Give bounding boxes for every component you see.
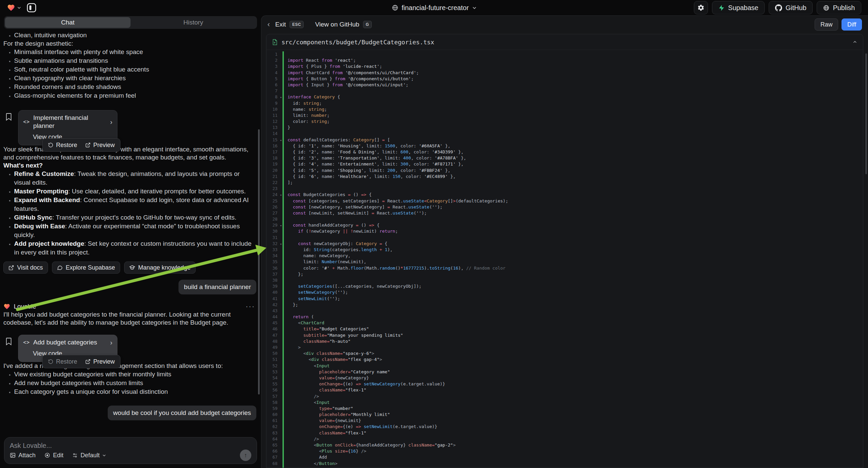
list-item: Refine & Customize: Tweak the design, an… [14,170,256,187]
line-number: 58 [267,400,282,406]
line-number: 12 [267,118,282,124]
chevron-left-icon[interactable]: ‹ [268,20,270,29]
line-number: 59 [267,406,282,412]
code-line: { id: '1', name: 'Housing', limit: 1500,… [287,143,863,149]
chevron-up-icon[interactable] [852,39,858,45]
line-number: 49 [267,345,282,351]
version-card-add-budget-categories[interactable]: <> Add budget categories › View code Res… [18,335,118,362]
line-number: 47 [267,332,282,339]
line-number: 18 [267,155,282,161]
line-number: 46 [267,326,282,332]
diff-toggle-button[interactable]: Diff [841,19,862,31]
line-number: 5 [267,76,282,82]
chat-composer[interactable]: Ask Lovable... Attach Edit [4,437,257,464]
line-number: 34 [267,253,282,259]
github-button[interactable]: GitHub [769,1,813,14]
fold-chevron-icon[interactable]: ▾ [280,223,282,229]
line-number: 21 [267,174,282,180]
assistant-paragraph: Your sleek financial planner is now read… [3,145,256,162]
attach-button[interactable]: Attach [10,452,36,459]
code-line: title="Budget Categories" [287,326,863,332]
lovable-logo-menu[interactable] [7,4,21,12]
explore-supabase-button[interactable]: Explore Supabase [52,262,120,273]
g-key-badge: G [363,21,372,28]
preview-button[interactable]: Preview [81,139,119,151]
code-line: <ChartCard [287,320,863,326]
code-line: onChange={(e) => setNewCategory(e.target… [287,381,863,387]
fold-chevron-icon[interactable]: ▾ [280,192,282,198]
file-header[interactable]: src/components/budget/BudgetCategories.t… [267,34,863,50]
assistant-paragraph: I'll help you add budget categories to t… [3,311,256,327]
code-line: { id: '5', name: 'Shopping', limit: 200,… [287,168,863,174]
supabase-button[interactable]: Supabase [712,1,765,14]
graduation-cap-icon [129,265,135,271]
line-number: 14 [267,130,282,137]
tab-history[interactable]: History [130,17,256,28]
assistant-paragraph: I've added a new budget categories manag… [3,362,256,370]
restore-button[interactable]: Restore [44,139,81,151]
mode-selector[interactable]: Default [72,452,106,459]
list-item: Each category gets a unique color for vi… [14,387,256,396]
chat-message-list[interactable]: Clean, intuitive navigation For the desi… [0,30,261,434]
list-item: Expand with Backend: Connect Supabase to… [14,196,256,213]
publish-button[interactable]: Publish [817,1,861,14]
code-scrollbar[interactable] [865,53,867,174]
list-item: Glass-morphic elements for a premium fee… [14,91,256,100]
raw-toggle-button[interactable]: Raw [815,19,838,31]
chat-input[interactable]: Ask Lovable... [10,442,251,449]
line-number: 16 [267,143,282,149]
fold-chevron-icon[interactable]: ▾ [280,137,282,143]
view-on-github-button[interactable]: View on GitHub G [315,21,372,28]
chat-scrollbar[interactable] [258,129,260,394]
settings-button[interactable] [694,1,708,14]
code-line [287,186,863,192]
preview-button[interactable]: Preview [81,355,119,368]
code-line [287,130,863,137]
code-line: }; [287,302,863,308]
next-steps-list: Refine & Customize: Tweak the design, an… [3,170,256,257]
feature-bullet-list: View existing budget categories with the… [3,370,256,396]
line-number: 67 [267,454,282,460]
line-number: 35 [267,259,282,265]
line-number: 41 [267,296,282,302]
bookmark-icon[interactable] [5,338,12,346]
code-line: onChange={(e) => setNewLimit(e.target.va… [287,424,863,430]
assistant-header: Lovable ··· [3,302,256,311]
line-number: 40 [267,289,282,295]
fold-chevron-icon[interactable]: ▾ [280,94,282,100]
line-number: 68 [267,461,282,467]
sidebar-toggle-icon[interactable] [27,3,37,13]
line-number: 28 [267,216,282,222]
restore-button[interactable]: Restore [44,355,81,368]
code-line: id: String(categories.length + 1), [287,247,863,253]
bookmark-icon[interactable] [5,113,12,121]
line-number: 53 [267,369,282,375]
manage-knowledge-button[interactable]: Manage knowledge [124,262,196,273]
version-card-implement-financial-planner[interactable]: <> Implement financial planner › View co… [18,110,118,145]
code-line: const [categories, setCategories] = Reac… [287,198,863,204]
list-item: Master Prompting: Use clear, detailed, a… [14,187,256,196]
line-number: 22 [267,180,282,186]
code-line: limit: Number(newLimit), [287,259,863,265]
code-line: <Input [287,400,863,406]
code-line [287,51,863,57]
project-switcher[interactable]: financial-future-creator [392,0,476,16]
line-number: 45 [267,320,282,326]
edit-button[interactable]: Edit [44,452,63,459]
visit-docs-button[interactable]: Visit docs [3,262,48,273]
supabase-icon [718,5,725,11]
code-editor[interactable]: 12345678▾9101112131415▾16171819202122232… [267,50,863,468]
tab-chat[interactable]: Chat [5,17,130,28]
more-options-icon[interactable]: ··· [246,302,255,311]
fold-chevron-icon[interactable]: ▾ [280,241,282,247]
exit-button[interactable]: Exit ESC [275,21,304,28]
bullet-list: Clean, intuitive navigation [3,31,256,39]
line-number: 4 [267,70,282,76]
line-number: 44 [267,314,282,320]
gear-icon [697,4,705,11]
send-button[interactable]: ↑ [240,449,251,461]
line-number: 61 [267,418,282,424]
lovable-heart-icon [3,303,10,310]
line-number: 30 [267,228,282,234]
list-item: Debug with Ease: Activate our experiment… [14,222,256,239]
